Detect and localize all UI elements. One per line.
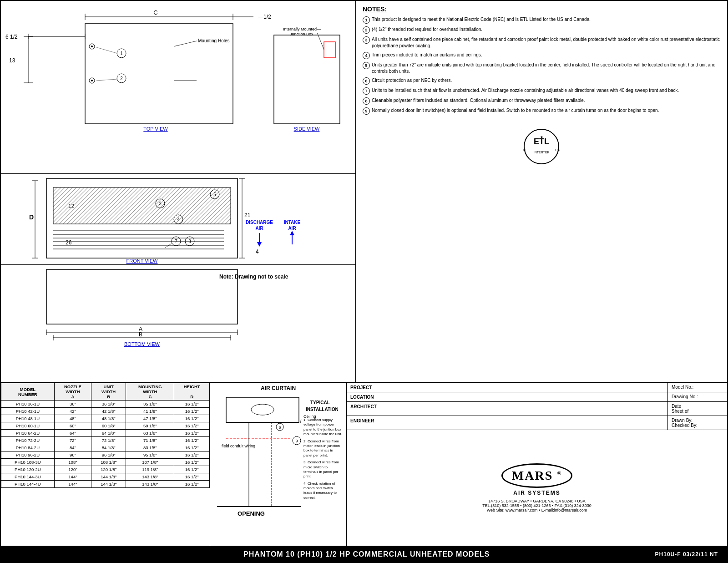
svg-line-25 bbox=[174, 41, 197, 46]
svg-text:★: ★ bbox=[540, 135, 543, 139]
svg-text:Mounting Holes: Mounting Holes bbox=[198, 38, 229, 43]
drawing-row: LOCATION Drawing No.: bbox=[347, 392, 727, 402]
mars-subtitle: AIR SYSTEMS bbox=[513, 490, 560, 496]
note-4: 4 Trim pieces included to match air curt… bbox=[363, 52, 720, 59]
svg-text:8: 8 bbox=[188, 239, 191, 244]
right-notes: NOTES: 1 This product is designed to mee… bbox=[356, 1, 727, 382]
col-height: HEIGHTD bbox=[174, 383, 210, 401]
content-area: C —1/2 6 1/2 13 bbox=[1, 1, 727, 383]
notes-title: NOTES: bbox=[363, 5, 720, 13]
svg-text:4: 4 bbox=[177, 217, 180, 222]
project-info: PROJECT Model No.: LOCATION Drawing No.:… bbox=[347, 383, 727, 546]
table-row: PH10 120-2U120"120 1/8"119 1/8"16 1/2" bbox=[1, 466, 210, 473]
top-views-svg: C —1/2 6 1/2 13 bbox=[1, 1, 356, 174]
etl-logo-area: ETL C US INTERTEK ★ bbox=[363, 128, 720, 165]
svg-text:B: B bbox=[139, 331, 142, 338]
etl-logo: ETL C US INTERTEK ★ bbox=[519, 128, 564, 165]
bottom-views-area: A B BOTTOM VIEW Note: Drawing not to sca… bbox=[1, 265, 355, 382]
svg-marker-74 bbox=[290, 231, 294, 235]
date-cell: Date Sheet of bbox=[668, 402, 727, 416]
svg-point-18 bbox=[91, 80, 93, 81]
table-row: PH10 72-2U72"72 1/8"71 1/8"16 1/2" bbox=[1, 437, 210, 444]
table-row: PH10 36-1U36"36 1/8"35 1/8"16 1/2" bbox=[1, 401, 210, 408]
svg-line-58 bbox=[165, 243, 172, 248]
svg-rect-40 bbox=[53, 188, 231, 224]
col-mounting: MOUNTINGWIDTHC bbox=[126, 383, 174, 401]
svg-text:field conduit wiring: field conduit wiring bbox=[222, 444, 255, 448]
architect-row: ARCHITECT Date Sheet of bbox=[347, 402, 727, 416]
table-row: PH10 48-1U48"48 1/8"47 1/8"16 1/2" bbox=[1, 415, 210, 422]
svg-text:6: 6 bbox=[278, 425, 281, 430]
note-3: 3 All units have a self contained one pi… bbox=[363, 36, 720, 49]
svg-text:C: C bbox=[153, 9, 157, 16]
front-views-area: D bbox=[1, 174, 355, 265]
svg-text:FRONT VIEW: FRONT VIEW bbox=[126, 258, 158, 264]
svg-text:6 1/2: 6 1/2 bbox=[5, 34, 18, 40]
svg-text:INTAKE: INTAKE bbox=[284, 220, 301, 225]
mars-tel: TEL:(310) 532-1555 • (800) 421-1266 • FA… bbox=[482, 503, 591, 508]
svg-text:1: 1 bbox=[120, 51, 123, 56]
svg-text:9: 9 bbox=[295, 439, 298, 443]
left-drawings: C —1/2 6 1/2 13 bbox=[1, 1, 356, 382]
main-container: C —1/2 6 1/2 13 bbox=[0, 0, 728, 563]
mars-logo: MARS ® bbox=[501, 463, 572, 488]
svg-text:4: 4 bbox=[256, 249, 259, 255]
svg-text:D: D bbox=[29, 213, 34, 221]
svg-point-93 bbox=[251, 404, 274, 415]
project-label: PROJECT bbox=[347, 383, 668, 392]
svg-text:SIDE VIEW: SIDE VIEW bbox=[294, 126, 320, 132]
svg-rect-92 bbox=[226, 397, 299, 422]
svg-text:13: 13 bbox=[9, 57, 15, 64]
svg-text:Note: Drawing not to scale: Note: Drawing not to scale bbox=[219, 274, 288, 280]
footer-drawing-number: PH10U-F 03/22/11 NT bbox=[655, 551, 718, 558]
table-row: PH10 64-2U64"64 1/8"63 1/8"16 1/2" bbox=[1, 430, 210, 437]
bottom-section: MODELNUMBER NOZZLEWIDTHA UNITWIDTHB MOUN… bbox=[1, 383, 727, 547]
drawing-no-cell: Drawing No.: bbox=[668, 392, 727, 401]
engineer-row: ENGINEER Drawn By: Checked By: bbox=[347, 416, 727, 430]
svg-text:21: 21 bbox=[244, 212, 251, 218]
air-curtain-label: AIR CURTAIN bbox=[212, 385, 344, 391]
table-row: PH10 96-2U96"96 1/8"95 1/8"16 1/2" bbox=[1, 451, 210, 459]
table-row: PH10 84-2U84"84 1/8"83 1/8"16 1/2" bbox=[1, 444, 210, 451]
svg-text:AIR: AIR bbox=[288, 226, 296, 231]
svg-text:2: 2 bbox=[120, 76, 123, 81]
table-row: PH10 144-3U144"144 1/8"143 1/8"16 1/2" bbox=[1, 473, 210, 481]
table-row: PH10 60-1U60"60 1/8"59 1/8"16 1/2" bbox=[1, 422, 210, 430]
svg-text:26: 26 bbox=[66, 239, 72, 246]
col-unit: UNITWIDTHB bbox=[91, 383, 126, 401]
note-6: 6 Circuit protection as per NEC by other… bbox=[363, 77, 720, 85]
svg-text:INTERTEK: INTERTEK bbox=[534, 151, 550, 154]
mars-web: Web Site: www.marsair.com • E-mail:info@… bbox=[487, 508, 587, 512]
svg-marker-70 bbox=[257, 242, 262, 247]
svg-text:TOP VIEW: TOP VIEW bbox=[143, 126, 168, 132]
front-views-svg: D bbox=[1, 174, 356, 265]
svg-rect-75 bbox=[46, 269, 238, 324]
install-diagram: AIR CURTAIN 9 6 Ceiling bbox=[210, 383, 347, 546]
top-views-area: C —1/2 6 1/2 13 bbox=[1, 1, 355, 174]
drawn-cell: Drawn By: Checked By: bbox=[668, 416, 727, 430]
svg-point-86 bbox=[524, 129, 559, 164]
mars-logo-area: MARS ® AIR SYSTEMS 14716 S. BROADWAY • G… bbox=[347, 430, 727, 546]
svg-text:5: 5 bbox=[213, 192, 216, 197]
project-row: PROJECT Model No.: bbox=[347, 383, 727, 392]
table-area: MODELNUMBER NOZZLEWIDTHA UNITWIDTHB MOUN… bbox=[1, 383, 210, 546]
col-model: MODELNUMBER bbox=[1, 383, 55, 401]
svg-text:TYPICAL: TYPICAL bbox=[310, 400, 330, 405]
svg-text:—1/2: —1/2 bbox=[258, 14, 271, 20]
svg-rect-30 bbox=[324, 42, 335, 58]
note-5: 5 Units greater than 72" are multiple un… bbox=[363, 62, 720, 75]
engineer-label: ENGINEER bbox=[347, 416, 668, 430]
svg-text:Internally Mounted—: Internally Mounted— bbox=[283, 27, 321, 31]
table-row: PH10 42-1U42"42 1/8"41 1/8"16 1/2" bbox=[1, 408, 210, 415]
mars-address: 14716 S. BROADWAY • GARDENA, CA 90248 • … bbox=[488, 499, 586, 503]
note-1: 1 This product is designed to meet the N… bbox=[363, 16, 720, 24]
footer-title: PHANTOM 10 (PH10) 1/2 HP COMMERCIAL UNHE… bbox=[243, 550, 490, 558]
table-row: PH10 108-3U108"108 1/8"107 1/8"16 1/2" bbox=[1, 459, 210, 466]
note-9: 9 Normally closed door limit switch(es) … bbox=[363, 107, 720, 115]
installation-svg: 9 6 Ceiling field conduit wiring TYPICAL… bbox=[212, 393, 344, 534]
svg-text:OPENING: OPENING bbox=[238, 510, 265, 517]
svg-line-100 bbox=[300, 419, 301, 423]
svg-text:INSTALLATION: INSTALLATION bbox=[306, 407, 339, 412]
architect-label: ARCHITECT bbox=[347, 402, 668, 416]
svg-rect-106 bbox=[217, 450, 272, 458]
